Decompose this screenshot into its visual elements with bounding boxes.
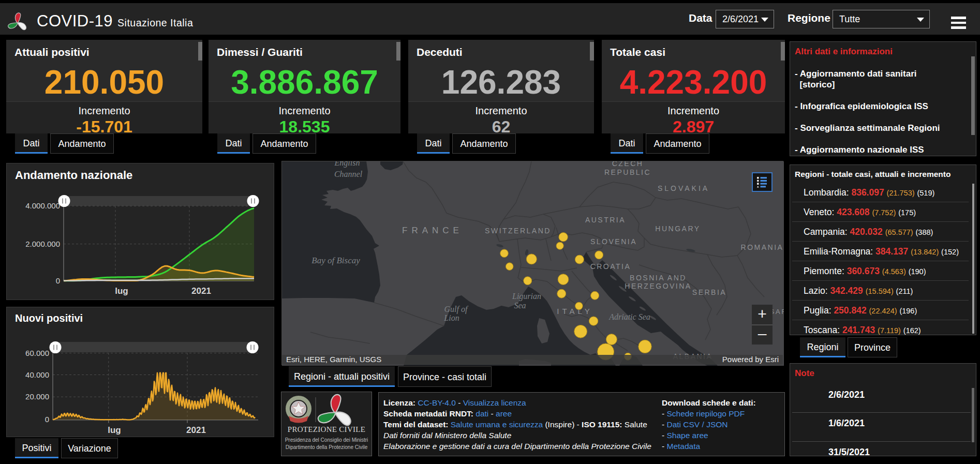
- svg-text:CROATIA: CROATIA: [590, 262, 631, 271]
- svg-text:lug: lug: [108, 425, 121, 435]
- svg-text:Lion: Lion: [443, 313, 459, 322]
- svg-text:Bay of Biscay: Bay of Biscay: [311, 256, 360, 265]
- svg-text:Ligurian: Ligurian: [512, 292, 541, 301]
- svg-text:4.000.000: 4.000.000: [25, 201, 60, 210]
- svg-text:HERZEGOVINA: HERZEGOVINA: [625, 282, 691, 290]
- svg-text:0: 0: [45, 415, 49, 424]
- svg-text:REPUBLIC: REPUBLIC: [604, 168, 651, 176]
- svg-text:FRANCE: FRANCE: [402, 226, 463, 235]
- svg-text:English: English: [334, 161, 360, 168]
- svg-text:SLOVAKIA: SLOVAKIA: [658, 184, 709, 192]
- svg-text:20.000: 20.000: [25, 392, 49, 401]
- svg-text:SLOVENIA: SLOVENIA: [590, 237, 637, 246]
- svg-text:Gulf of: Gulf of: [444, 305, 469, 314]
- svg-text:ROMANIA: ROMANIA: [741, 243, 784, 251]
- svg-text:HUNGARY: HUNGARY: [655, 224, 700, 233]
- svg-text:SERBIA: SERBIA: [692, 288, 726, 296]
- svg-text:Presidenza del Consiglio dei M: Presidenza del Consiglio dei Ministri: [285, 437, 368, 443]
- svg-text:40.000: 40.000: [25, 370, 49, 379]
- svg-text:AUSTRIA: AUSTRIA: [585, 216, 626, 224]
- svg-text:Sea: Sea: [514, 301, 526, 310]
- svg-text:60.000: 60.000: [25, 349, 49, 357]
- svg-text:Adriatic Sea: Adriatic Sea: [608, 312, 650, 321]
- svg-text:SWITZERLAND: SWITZERLAND: [485, 227, 551, 235]
- svg-text:PROTEZIONE CIVILE: PROTEZIONE CIVILE: [288, 425, 366, 433]
- svg-text:2.000.000: 2.000.000: [25, 240, 60, 248]
- svg-text:2021: 2021: [191, 286, 211, 296]
- svg-text:CZECH: CZECH: [612, 161, 644, 168]
- svg-text:0: 0: [56, 276, 60, 285]
- svg-text:BOSNIA AND: BOSNIA AND: [630, 274, 687, 282]
- svg-text:Channel: Channel: [334, 170, 363, 178]
- svg-text:2021: 2021: [186, 425, 206, 435]
- svg-text:Dipartimento della Protezione: Dipartimento della Protezione Civile: [286, 444, 368, 450]
- svg-text:lug: lug: [115, 286, 128, 296]
- svg-text:ITALY: ITALY: [557, 307, 592, 316]
